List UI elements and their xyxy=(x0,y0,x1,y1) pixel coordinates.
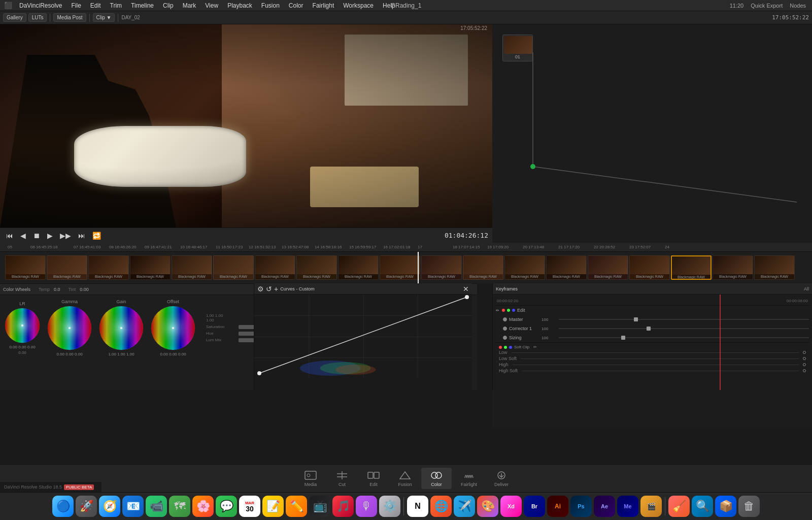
dock-search[interactable]: 🔍 xyxy=(692,496,713,517)
dock-bridge[interactable]: Br xyxy=(524,496,545,517)
kf-sizing-marker[interactable] xyxy=(621,336,625,340)
timeline-clip-14[interactable]: Blackmagic RAW xyxy=(546,255,587,280)
dock-figma[interactable]: 🎨 xyxy=(477,496,498,517)
timeline-clip-05[interactable]: Blackmagic RAW xyxy=(172,255,212,280)
nodes-btn[interactable]: Nodes xyxy=(788,2,808,9)
kf-master-marker[interactable] xyxy=(634,317,638,321)
offset-wheel[interactable] xyxy=(150,305,196,351)
menu-view[interactable]: View xyxy=(201,1,222,10)
dock-after-effects[interactable]: Ae xyxy=(594,496,615,517)
dock-tv[interactable]: 📺 xyxy=(309,496,330,517)
curves-settings-icon[interactable]: ⚙ xyxy=(257,285,264,293)
dock-photoshop[interactable]: Ps xyxy=(570,496,592,517)
dock-notes[interactable]: 📝 xyxy=(262,496,284,517)
menu-color[interactable]: Color xyxy=(285,1,308,10)
timeline-clip-13[interactable]: Blackmagic RAW xyxy=(504,255,545,280)
dock-media-encoder[interactable]: Me xyxy=(617,496,638,517)
dock-arc[interactable]: 🌐 xyxy=(430,496,452,517)
dock-music[interactable]: 🎵 xyxy=(332,496,354,517)
timeline-clip-07[interactable]: Blackmagic RAW xyxy=(255,255,295,280)
menu-mark[interactable]: Mark xyxy=(179,1,200,10)
menu-fairlight[interactable]: Fairlight xyxy=(309,1,339,10)
dock-cleanmymac[interactable]: 🧹 xyxy=(668,496,690,517)
module-color[interactable]: Color xyxy=(421,468,452,489)
module-fusion[interactable]: Fusion xyxy=(390,468,420,489)
stop-btn[interactable]: ⏹ xyxy=(31,231,42,241)
media-post-btn[interactable]: Media Post xyxy=(53,13,86,22)
dock-messages[interactable]: 💬 xyxy=(216,496,237,517)
module-deliver[interactable]: Deliver xyxy=(486,468,517,489)
dock-safari[interactable]: 🧭 xyxy=(99,496,120,517)
dock-xd[interactable]: Xd xyxy=(500,496,522,517)
timeline-clip-17[interactable]: Blackmagic RAW xyxy=(671,255,712,280)
module-cut[interactable]: Cut xyxy=(327,468,357,489)
gallery-btn[interactable]: Gallery xyxy=(3,13,26,22)
timeline-clip-01[interactable]: Blackmagic RAW xyxy=(5,255,46,280)
menu-fusion[interactable]: Fusion xyxy=(257,1,284,10)
dock-freeform[interactable]: ✏️ xyxy=(286,496,307,517)
menu-clip[interactable]: Clip xyxy=(159,1,178,10)
soft-clip-edit-icon[interactable]: ✏ xyxy=(533,345,537,349)
menu-playback[interactable]: Playback xyxy=(223,1,256,10)
dock-calendar[interactable]: MAR 30 xyxy=(239,496,260,517)
module-media[interactable]: Media xyxy=(295,468,326,489)
dock-illustrator[interactable]: Ai xyxy=(547,496,568,517)
soft-clip-high-dot[interactable] xyxy=(803,363,806,366)
menu-davinci[interactable]: DaVinciResolve xyxy=(15,1,66,10)
timeline-clip-15[interactable]: Blackmagic RAW xyxy=(588,255,628,280)
menu-workspace[interactable]: Workspace xyxy=(339,1,378,10)
dock-system-prefs[interactable]: ⚙️ xyxy=(379,496,400,517)
menu-trim[interactable]: Trim xyxy=(106,1,126,10)
clip-dropdown[interactable]: Clip ▼ xyxy=(93,13,115,22)
gamma-wheel[interactable] xyxy=(47,305,92,351)
loop-btn[interactable]: 🔁 xyxy=(90,231,103,241)
next-frame-btn[interactable]: ▶▶ xyxy=(58,231,73,241)
dock-launchpad[interactable]: 🚀 xyxy=(76,496,97,517)
timeline-clip-19[interactable]: Blackmagic RAW xyxy=(754,255,795,280)
dock-dropbox[interactable]: 📦 xyxy=(715,496,736,517)
timeline-clip-04[interactable]: Blackmagic RAW xyxy=(130,255,171,280)
menu-timeline[interactable]: Timeline xyxy=(127,1,158,10)
timeline-clip-09[interactable]: Blackmagic RAW xyxy=(338,255,379,280)
luts-btn[interactable]: LUTs xyxy=(28,13,47,22)
timeline-clip-02[interactable]: Blackmagic RAW xyxy=(47,255,87,280)
timeline-clip-16[interactable]: Blackmagic RAW xyxy=(629,255,670,280)
module-edit[interactable]: Edit xyxy=(358,468,389,489)
dock-podcasts[interactable]: 🎙 xyxy=(356,496,377,517)
node-01[interactable]: 01 xyxy=(502,35,533,61)
soft-clip-lowsoft-dot[interactable] xyxy=(803,357,806,360)
play-btn[interactable]: ▶ xyxy=(45,231,55,241)
timeline-clip-08[interactable]: Blackmagic RAW xyxy=(296,255,337,280)
dock-davinci[interactable]: 🎬 xyxy=(640,496,662,517)
soft-clip-low-dot[interactable] xyxy=(803,351,806,354)
soft-clip-highsoft-dot[interactable] xyxy=(803,369,806,372)
kf-corrector-marker[interactable] xyxy=(647,327,651,331)
dock-notion[interactable]: N xyxy=(407,496,428,517)
dock-maps[interactable]: 🗺 xyxy=(169,496,190,517)
quick-export-btn[interactable]: Quick Export xyxy=(749,2,785,9)
timeline-clip-03[interactable]: Blackmagic RAW xyxy=(88,255,129,280)
timeline-clip-18[interactable]: Blackmagic RAW xyxy=(713,255,753,280)
timeline-clip-06[interactable]: Blackmagic RAW xyxy=(213,255,254,280)
lift-wheel[interactable] xyxy=(4,307,41,344)
menu-file[interactable]: File xyxy=(67,1,85,10)
timeline-clip-10[interactable]: Blackmagic RAW xyxy=(380,255,420,280)
dock-finder[interactable]: 🔵 xyxy=(52,496,74,517)
dock-facetime[interactable]: 📹 xyxy=(146,496,167,517)
playhead[interactable] xyxy=(418,252,419,283)
curves-add-icon[interactable]: + xyxy=(274,285,278,293)
go-to-start-btn[interactable]: ⏮ xyxy=(4,231,15,241)
module-fairlight[interactable]: Fairlight xyxy=(453,468,485,489)
dock-trash[interactable]: 🗑 xyxy=(738,496,760,517)
curves-reset-icon[interactable]: ↺ xyxy=(266,285,272,293)
curves-canvas[interactable] xyxy=(254,295,472,378)
menu-edit[interactable]: Edit xyxy=(86,1,105,10)
dock-mail[interactable]: 📧 xyxy=(122,496,144,517)
dock-telegram[interactable]: ✈️ xyxy=(454,496,475,517)
timeline-clip-11[interactable]: Blackmagic RAW xyxy=(421,255,462,280)
gain-wheel[interactable] xyxy=(98,305,144,351)
dock-photos[interactable]: 🌸 xyxy=(192,496,214,517)
prev-frame-btn[interactable]: ◀ xyxy=(18,231,28,241)
timeline-clip-12[interactable]: Blackmagic RAW xyxy=(463,255,503,280)
go-to-end-btn[interactable]: ⏭ xyxy=(76,231,87,241)
